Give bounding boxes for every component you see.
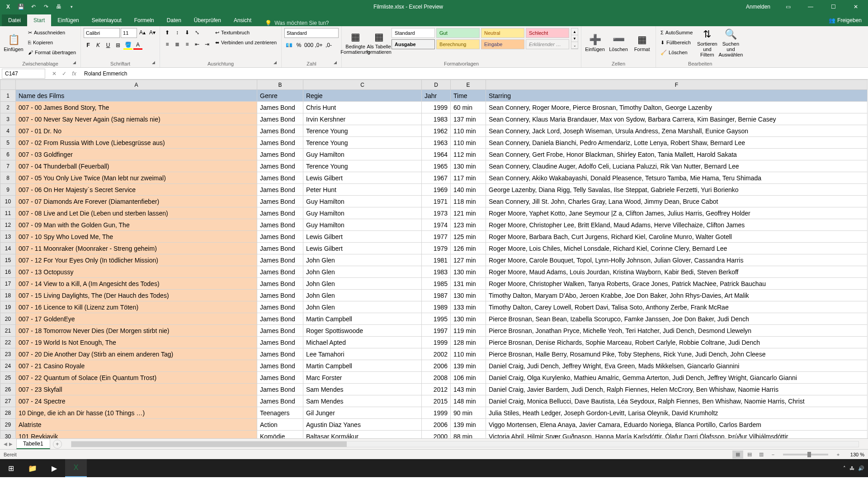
cell[interactable]: 133 min	[451, 301, 486, 313]
font-select[interactable]	[84, 28, 120, 38]
add-sheet-button[interactable]: +	[53, 440, 62, 449]
fill-color-button[interactable]: 🪣	[123, 41, 132, 50]
format-as-table-button[interactable]: ▦Als Tabelle formatieren	[368, 28, 390, 58]
cell[interactable]: John Glen	[303, 301, 422, 313]
row-header[interactable]: 4	[0, 125, 16, 137]
cell[interactable]: James Bond	[257, 207, 303, 219]
cell[interactable]: Sean Connery, Akiko Wakabayashi, Donald …	[486, 172, 868, 184]
cell[interactable]: 112 min	[451, 149, 486, 160]
conditional-formatting-button[interactable]: ▦Bedingte Formatierung	[344, 28, 366, 58]
tab-nav-next-icon[interactable]: ▶	[9, 441, 13, 446]
col-header-E[interactable]: E	[451, 80, 486, 90]
cell[interactable]: 101 Reykjavik	[16, 431, 257, 439]
cell[interactable]: 007 - 11 Moonraker (Moonraker - Streng g…	[16, 243, 257, 254]
align-middle-icon[interactable]: ↕	[173, 28, 182, 37]
row-header[interactable]: 11	[0, 207, 16, 219]
row-header[interactable]: 7	[0, 160, 16, 172]
close-icon[interactable]: ✕	[845, 0, 866, 14]
row-header[interactable]: 3	[0, 113, 16, 125]
tab-layout[interactable]: Seitenlayout	[85, 14, 128, 26]
cell[interactable]: James Bond	[257, 325, 303, 337]
cell[interactable]: Chris Hunt	[303, 102, 422, 113]
align-right-icon[interactable]: ≡	[183, 40, 192, 49]
spreadsheet-grid[interactable]: ABCDEF 1Name des FilmsGenreRegieJahrTime…	[0, 80, 868, 438]
start-button[interactable]: ⊞	[0, 459, 22, 477]
cell[interactable]: Pierce Brosnan, Sean Bean, Izabella Scor…	[486, 313, 868, 325]
cell[interactable]: James Bond	[257, 337, 303, 348]
cell[interactable]: Sean Connery, Claudine Auger, Adolfo Cel…	[486, 160, 868, 172]
cell[interactable]: James Bond	[257, 266, 303, 278]
cell[interactable]: 007 - 12 For Your Eyes Only (In tödliche…	[16, 254, 257, 266]
row-header[interactable]: 22	[0, 337, 16, 348]
cell[interactable]: Roger Moore, Barbara Bach, Curt Jurgens,…	[486, 231, 868, 243]
cell[interactable]: 007 - 00 Never Say Never Again (Sag niem…	[16, 113, 257, 125]
header-cell[interactable]: Starring	[486, 90, 868, 102]
format-cells-button[interactable]: ▦Format	[631, 28, 653, 58]
cell[interactable]: Sean Connery, Gert Frobe, Honor Blackman…	[486, 149, 868, 160]
col-header-D[interactable]: D	[422, 80, 451, 90]
cell[interactable]: Daniel Craig, Olga Kurylenko, Mathieu Am…	[486, 372, 868, 384]
cell[interactable]: James Bond	[257, 254, 303, 266]
style-good[interactable]: Gut	[436, 28, 480, 38]
style-calculation[interactable]: Berechnung	[436, 39, 480, 49]
tab-file[interactable]: Datei	[2, 14, 27, 26]
font-color-button[interactable]: A	[133, 41, 142, 50]
cell[interactable]: John Glen	[303, 266, 422, 278]
cell[interactable]: 007 - 20 Die Another Day (Stirb an einem…	[16, 348, 257, 360]
cell[interactable]: 1995	[422, 313, 451, 325]
cell[interactable]: 007 - 04 Thunderball (Feuerball)	[16, 160, 257, 172]
cell[interactable]: John Glen	[303, 254, 422, 266]
format-painter-button[interactable]: 🖌Format übertragen	[26, 48, 78, 57]
cell[interactable]: 1967	[422, 172, 451, 184]
cell[interactable]: Roger Moore, Christopher Walken, Tanya R…	[486, 278, 868, 290]
row-header[interactable]: 25	[0, 372, 16, 384]
row-header[interactable]: 28	[0, 407, 16, 419]
cell[interactable]: James Bond	[257, 125, 303, 137]
cell[interactable]: 131 min	[451, 278, 486, 290]
cell[interactable]: Alatriste	[16, 419, 257, 431]
cell[interactable]: Victoria Abril, Hilmir Snær Guðnason, Ha…	[486, 431, 868, 439]
tray-overflow-icon[interactable]: ˄	[843, 465, 846, 471]
cell[interactable]: James Bond	[257, 102, 303, 113]
cell[interactable]: 007 - 18 Tomorrow Never Dies (Der Morgen…	[16, 325, 257, 337]
cell[interactable]: 130 min	[451, 266, 486, 278]
cell[interactable]: Daniel Craig, Javier Bardem, Judi Dench,…	[486, 384, 868, 395]
paste-button[interactable]: 📋Einfügen	[3, 28, 24, 58]
italic-button[interactable]: K	[94, 41, 103, 50]
cell[interactable]: Sean Connery, Jill St. John, Charles Gra…	[486, 196, 868, 207]
cell[interactable]: 2006	[422, 419, 451, 431]
cell[interactable]: Daniel Craig, Judi Dench, Jeffrey Wright…	[486, 360, 868, 372]
cell[interactable]: 143 min	[451, 384, 486, 395]
row-header[interactable]: 27	[0, 395, 16, 407]
row-header[interactable]: 24	[0, 360, 16, 372]
cell[interactable]: Pierce Brosnan, Halle Berry, Rosamund Pi…	[486, 348, 868, 360]
cell[interactable]: James Bond	[257, 196, 303, 207]
file-explorer-icon[interactable]: 📁	[22, 459, 43, 477]
cell[interactable]: John Glen	[303, 290, 422, 301]
cell[interactable]: Roger Moore, Yaphet Kotto, Jane Seymour …	[486, 207, 868, 219]
cell[interactable]: 137 min	[451, 113, 486, 125]
sheet-tab[interactable]: Tabelle1	[16, 439, 50, 449]
cell[interactable]: 007 - 21 Casino Royale	[16, 360, 257, 372]
undo-icon[interactable]: ↶	[29, 2, 38, 11]
cell[interactable]: Gil Junger	[303, 407, 422, 419]
maximize-icon[interactable]: ☐	[823, 0, 844, 14]
cell[interactable]: 139 min	[451, 360, 486, 372]
cell[interactable]: 10 Dinge, die ich an Dir hasse (10 Thing…	[16, 407, 257, 419]
cell[interactable]: 007 - 10 Spy Who Loved Me, The	[16, 231, 257, 243]
cell[interactable]: 007 - 19 World Is Not Enough, The	[16, 337, 257, 348]
cell[interactable]: Agustin Diaz Yanes	[303, 419, 422, 431]
row-header[interactable]: 30	[0, 431, 16, 439]
cell[interactable]: 1983	[422, 113, 451, 125]
cell[interactable]: 140 min	[451, 184, 486, 196]
cell[interactable]: Komödie	[257, 431, 303, 439]
cell[interactable]: Guy Hamilton	[303, 219, 422, 231]
cell[interactable]: Lee Tamahori	[303, 348, 422, 360]
row-header[interactable]: 9	[0, 184, 16, 196]
cell[interactable]: 119 min	[451, 325, 486, 337]
cell[interactable]: Pierce Brosnan, Denise Richards, Sophie …	[486, 337, 868, 348]
cell[interactable]: 007 - 17 GoldenEye	[16, 313, 257, 325]
cell[interactable]: 130 min	[451, 290, 486, 301]
zoom-level[interactable]: 130 %	[844, 452, 864, 457]
cell[interactable]: 139 min	[451, 419, 486, 431]
